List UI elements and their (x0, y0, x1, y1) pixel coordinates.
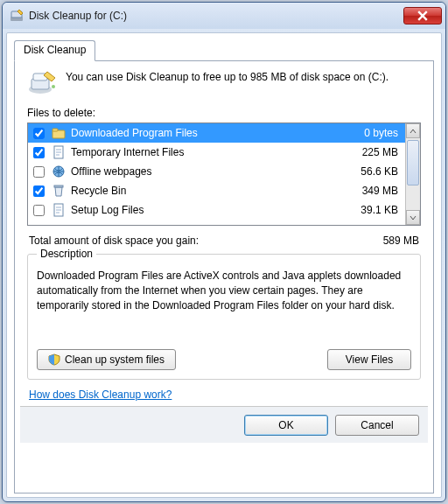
bin-icon (52, 184, 66, 198)
close-icon (417, 10, 428, 21)
tab-strip: Disk Cleanup (14, 40, 434, 61)
item-size: 225 MB (340, 146, 402, 158)
svg-rect-7 (52, 129, 58, 131)
total-row: Total amount of disk space you gain: 589… (29, 234, 419, 247)
scroll-thumb[interactable] (407, 140, 419, 186)
globe-icon (52, 164, 66, 178)
description-group: Description Downloaded Program Files are… (27, 254, 421, 380)
page-icon (52, 145, 66, 159)
item-size: 0 bytes (340, 127, 402, 139)
item-name: Temporary Internet Files (71, 146, 335, 158)
item-checkbox[interactable] (33, 147, 45, 158)
help-link[interactable]: How does Disk Cleanup work? (29, 388, 419, 401)
item-checkbox[interactable] (33, 186, 45, 197)
scroll-up-button[interactable] (406, 123, 420, 138)
chevron-up-icon (410, 128, 416, 135)
list-item[interactable]: Downloaded Program Files0 bytes (28, 123, 405, 143)
page-icon (52, 203, 66, 217)
intro-text: You can use Disk Cleanup to free up to 9… (66, 70, 388, 96)
files-to-delete-label: Files to delete: (27, 107, 421, 119)
item-name: Offline webpages (71, 165, 335, 178)
close-button[interactable] (403, 7, 442, 24)
item-name: Recycle Bin (71, 185, 335, 197)
description-button-row: Clean up system files View Files (37, 349, 411, 370)
list-item[interactable]: Temporary Internet Files225 MB (28, 143, 405, 162)
dialog-window: Disk Cleanup for (C:) Disk Cleanup You c… (2, 2, 446, 502)
item-size: 39.1 KB (340, 204, 402, 216)
ok-button[interactable]: OK (244, 415, 328, 436)
list-item[interactable]: Offline webpages56.6 KB (28, 162, 405, 181)
list-item[interactable]: Recycle Bin349 MB (28, 181, 405, 200)
item-name: Downloaded Program Files (71, 127, 335, 139)
file-list: Downloaded Program Files0 bytesTemporary… (27, 122, 421, 226)
client-area: Disk Cleanup You can use Disk Cleanup to… (6, 32, 442, 498)
cleanup-system-files-button[interactable]: Clean up system files (37, 349, 176, 370)
description-legend: Description (37, 248, 96, 260)
cleanup-button-label: Clean up system files (65, 354, 164, 366)
folder-icon (52, 126, 66, 140)
tab-body: You can use Disk Cleanup to free up to 9… (14, 60, 434, 494)
titlebar[interactable]: Disk Cleanup for (C:) (3, 3, 445, 29)
cleanup-large-icon (27, 70, 57, 96)
item-name: Setup Log Files (71, 204, 335, 216)
item-size: 56.6 KB (340, 165, 402, 178)
svg-point-5 (52, 85, 55, 88)
chevron-down-icon (410, 214, 416, 221)
window-title: Disk Cleanup for (C:) (29, 10, 403, 22)
item-checkbox[interactable] (33, 128, 45, 139)
item-checkbox[interactable] (33, 205, 45, 216)
total-value: 589 MB (383, 234, 419, 247)
svg-rect-10 (54, 186, 63, 187)
list-item[interactable]: Setup Log Files39.1 KB (28, 200, 405, 220)
tab-disk-cleanup[interactable]: Disk Cleanup (14, 40, 95, 61)
disk-cleanup-icon (10, 9, 24, 23)
item-size: 349 MB (340, 185, 402, 197)
shield-icon (48, 354, 60, 366)
scrollbar[interactable] (405, 123, 420, 225)
description-text: Downloaded Program Files are ActiveX con… (37, 269, 411, 340)
item-checkbox[interactable] (33, 166, 45, 178)
total-label: Total amount of disk space you gain: (29, 234, 383, 247)
dialog-footer: OK Cancel (20, 406, 428, 443)
intro-row: You can use Disk Cleanup to free up to 9… (27, 70, 421, 96)
scroll-track[interactable] (406, 138, 420, 210)
view-files-button[interactable]: View Files (327, 349, 411, 370)
cancel-button[interactable]: Cancel (335, 415, 419, 436)
scroll-down-button[interactable] (406, 210, 420, 225)
